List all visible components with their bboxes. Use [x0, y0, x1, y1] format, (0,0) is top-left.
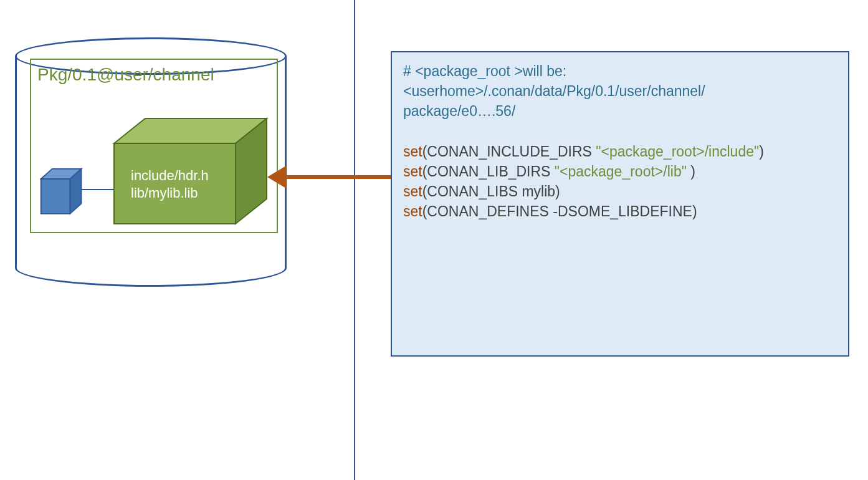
file-line-2: lib/mylib.lib — [131, 185, 209, 202]
code-line-3: set(CONAN_LIBS mylib) — [403, 181, 837, 201]
vertical-divider — [354, 0, 355, 480]
code-line-4: set(CONAN_DEFINES -DSOME_LIBDEFINE) — [403, 201, 837, 221]
comment-line-1: # <package_root >will be: — [403, 61, 837, 81]
arrow-line — [284, 175, 393, 179]
recipe-cube-icon — [35, 162, 94, 218]
comment-line-2: <userhome>/.conan/data/Pkg/0.1/user/chan… — [403, 81, 837, 101]
comment-line-3: package/e0….56/ — [403, 101, 837, 121]
file-line-1: include/hdr.h — [131, 167, 209, 185]
svg-marker-0 — [41, 179, 70, 214]
code-line-1: set(CONAN_INCLUDE_DIRS "<package_root>/i… — [403, 142, 837, 161]
code-line-2: set(CONAN_LIB_DIRS "<package_root>/lib" … — [403, 161, 837, 181]
package-reference: Pkg/0.1@user/channel — [37, 65, 214, 85]
package-contents: include/hdr.h lib/mylib.lib — [131, 167, 209, 201]
cmake-code-panel: # <package_root >will be: <userhome>/.co… — [391, 51, 849, 357]
arrow-head-icon — [267, 166, 286, 188]
